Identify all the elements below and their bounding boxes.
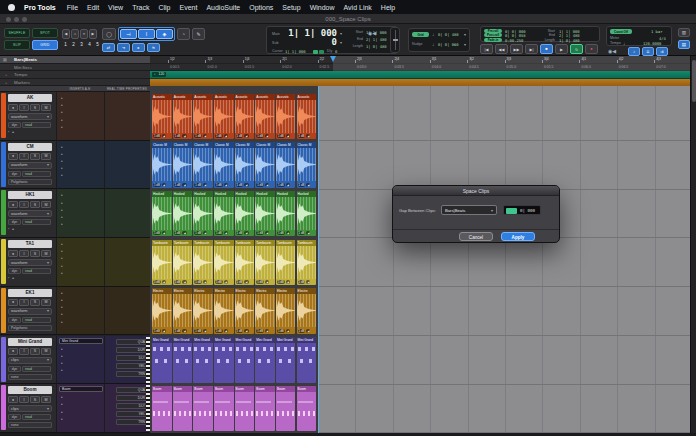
track-dyn-button[interactable]: dyn: [8, 219, 21, 225]
insert-slot[interactable]: •: [61, 153, 63, 157]
clip-ta1-5[interactable]: Tambourin1 dB◢: [235, 240, 255, 286]
clip-boom-8[interactable]: Boom: [297, 386, 317, 432]
insert-slot[interactable]: •: [61, 243, 63, 247]
track-solo-button[interactable]: S: [30, 201, 40, 208]
ruler-markers[interactable]: Markers+: [0, 79, 150, 87]
track-automation-mode[interactable]: read: [22, 366, 51, 372]
clip-hk1-6[interactable]: Hooked1 dB◢: [255, 191, 275, 237]
clip-ta1-6[interactable]: Tambourin1 dB◢: [255, 240, 275, 286]
track-dyn-button[interactable]: dyn: [8, 366, 21, 372]
track-solo-button[interactable]: S: [30, 299, 40, 306]
track-solo-button[interactable]: S: [30, 104, 40, 111]
clip-ek1-1[interactable]: Electro1 dB◢: [152, 288, 172, 334]
menu-item-edit[interactable]: Edit: [87, 4, 99, 11]
scrollbar-thumb[interactable]: [692, 60, 696, 102]
menu-item-avid-link[interactable]: Avid Link: [344, 4, 372, 11]
zoom-preset-1[interactable]: 1: [62, 42, 69, 47]
link-timeline-button[interactable]: ⇄: [102, 43, 115, 52]
track-automation-mode[interactable]: read: [22, 122, 51, 128]
clip-hk1-2[interactable]: Hooked1 dB◢: [173, 191, 193, 237]
clip-cm-2[interactable]: Classic M1 dB◢: [173, 142, 193, 188]
edit-mode-shuffle[interactable]: SHUFFLE: [4, 28, 30, 38]
menu-item-clip[interactable]: Clip: [158, 4, 170, 11]
track-view-selector[interactable]: waveform▾: [8, 162, 52, 169]
zoom-preset-5[interactable]: 5: [94, 42, 101, 47]
meter-value[interactable]: 4/4: [659, 36, 666, 41]
track-record-button[interactable]: ●: [8, 201, 18, 208]
insert-slot[interactable]: •: [61, 174, 63, 178]
selector-tool[interactable]: I: [138, 29, 155, 39]
track-dyn-button[interactable]: dyn: [8, 171, 21, 177]
rtp-qua[interactable]: QUA: [116, 339, 148, 345]
clip-boom-1[interactable]: Boom: [152, 386, 172, 432]
menu-item-help[interactable]: Help: [381, 4, 395, 11]
zoom-preset-3[interactable]: 3: [78, 42, 85, 47]
tempo-value[interactable]: 120.0000: [643, 41, 661, 46]
track-view-selector[interactable]: waveform▾: [8, 210, 52, 217]
track-record-button[interactable]: ●: [8, 396, 18, 403]
fade-in-button[interactable]: Fade-in: [484, 38, 502, 42]
track-input-button[interactable]: I: [19, 396, 29, 403]
menu-item-setup[interactable]: Setup: [282, 4, 300, 11]
insert-slot[interactable]: •: [61, 313, 63, 317]
zoom-window-icon[interactable]: [22, 17, 27, 22]
insert-slot[interactable]: •: [61, 299, 63, 303]
insert-slot[interactable]: •: [61, 160, 63, 164]
clip-ta1-3[interactable]: Tambourin1 dB◢: [193, 240, 213, 286]
pencil-tool[interactable]: ✎: [192, 28, 205, 40]
clip-hk1-7[interactable]: Hooked1 dB◢: [276, 191, 296, 237]
track-view-selector[interactable]: clips▾: [8, 405, 52, 412]
track-record-button[interactable]: ●: [8, 153, 18, 160]
clip-cm-7[interactable]: Classic M1 dB◢: [276, 142, 296, 188]
session-setup-button[interactable]: ▤: [678, 40, 690, 49]
menu-item-options[interactable]: Options: [249, 4, 273, 11]
clip-mini-grand-8[interactable]: Mini Grand: [297, 337, 317, 383]
menu-item-event[interactable]: Event: [179, 4, 197, 11]
gap-units-dropdown[interactable]: Bars|Beats ▾: [441, 205, 497, 215]
rtp-vel[interactable]: VEL: [116, 411, 148, 417]
edit-mode-slip[interactable]: SLIP: [4, 40, 30, 50]
selection-length-value[interactable]: 1| 0| 480: [366, 44, 387, 49]
insert-slot[interactable]: •: [61, 403, 63, 407]
insert-slot[interactable]: •: [61, 167, 63, 171]
track-automation-mode[interactable]: read: [22, 171, 51, 177]
insert-slot[interactable]: •: [61, 292, 63, 296]
close-window-icon[interactable]: [6, 17, 11, 22]
track-name[interactable]: HK1: [8, 191, 52, 199]
clip-ak-6[interactable]: Acoustic1 dB◢: [255, 94, 275, 140]
track-extra-selector[interactable]: none: [8, 422, 52, 428]
track-name[interactable]: AK: [8, 94, 52, 102]
clip-ta1-8[interactable]: Tambourin1 dB◢: [297, 240, 317, 286]
insert-slot[interactable]: •: [61, 111, 63, 115]
edit-mode-grid[interactable]: GRID: [32, 40, 58, 50]
insert-slot[interactable]: •: [61, 126, 63, 130]
track-view-selector[interactable]: waveform▾: [8, 308, 52, 315]
clip-mini-grand-1[interactable]: Mini Grand: [152, 337, 172, 383]
zoom-preset-2[interactable]: 2: [70, 42, 77, 47]
rtp-dur[interactable]: DUR: [116, 347, 148, 353]
track-mute-button[interactable]: M: [41, 153, 51, 160]
insert-slot[interactable]: •: [61, 194, 63, 198]
rtp-vel[interactable]: VEL: [116, 363, 148, 369]
track-automation-mode[interactable]: read: [22, 268, 51, 274]
tempo-ruler[interactable]: ♩ 120: [150, 71, 696, 79]
clip-ak-1[interactable]: Acoustic1 dB◢: [152, 94, 172, 140]
clip-ak-5[interactable]: Acoustic1 dB◢: [235, 94, 255, 140]
track-mute-button[interactable]: M: [41, 299, 51, 306]
clip-ta1-7[interactable]: Tambourin1 dB◢: [276, 240, 296, 286]
insert-slot[interactable]: •: [61, 321, 63, 325]
scrubber-tool[interactable]: ◔: [177, 28, 190, 40]
clip-ek1-2[interactable]: Electro1 dB◢: [173, 288, 193, 334]
clip-ak-2[interactable]: Acoustic1 dB◢: [173, 94, 193, 140]
track-automation-mode[interactable]: read: [22, 317, 51, 323]
tempo-marker[interactable]: ♩ 120: [152, 72, 166, 77]
clip-boom-6[interactable]: Boom: [255, 386, 275, 432]
fade-in-value[interactable]: 0:00.250: [505, 38, 523, 43]
metronome-button[interactable]: ♪: [628, 47, 640, 56]
ruler-bars-beats[interactable]: Bars|Beats▦: [0, 56, 150, 64]
selection-end-value[interactable]: 2| 1| 480: [366, 37, 387, 42]
track-dyn-button[interactable]: dyn: [8, 414, 21, 420]
midi-input-icon[interactable]: ◉◀: [368, 30, 376, 36]
markers-ruler[interactable]: [150, 79, 696, 87]
track-automation-mode[interactable]: read: [22, 414, 51, 420]
